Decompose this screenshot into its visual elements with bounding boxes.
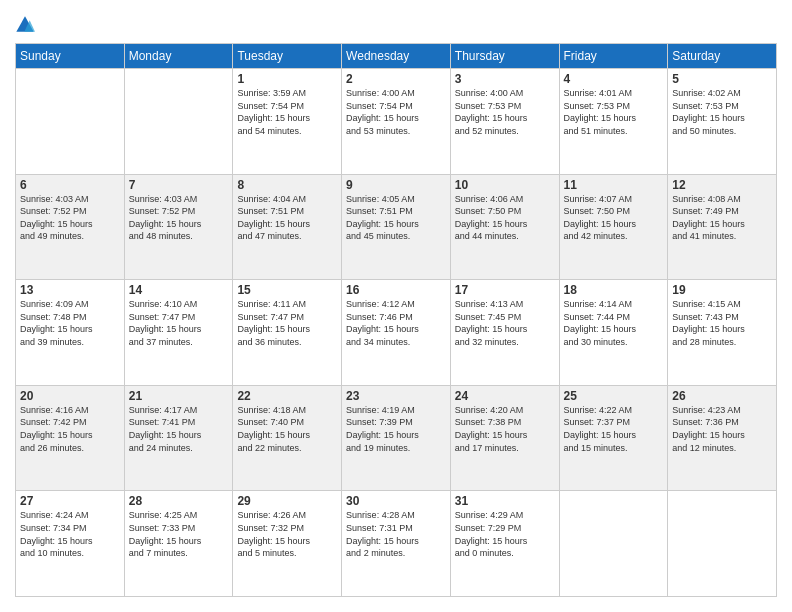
calendar-cell: 7Sunrise: 4:03 AM Sunset: 7:52 PM Daylig… (124, 174, 233, 280)
weekday-header: Saturday (668, 44, 777, 69)
day-number: 14 (129, 283, 229, 297)
calendar-cell (668, 491, 777, 597)
calendar-cell: 8Sunrise: 4:04 AM Sunset: 7:51 PM Daylig… (233, 174, 342, 280)
day-info: Sunrise: 4:25 AM Sunset: 7:33 PM Dayligh… (129, 509, 229, 559)
day-number: 11 (564, 178, 664, 192)
weekday-header: Friday (559, 44, 668, 69)
calendar-cell (16, 69, 125, 175)
day-number: 9 (346, 178, 446, 192)
calendar-cell: 3Sunrise: 4:00 AM Sunset: 7:53 PM Daylig… (450, 69, 559, 175)
day-info: Sunrise: 4:14 AM Sunset: 7:44 PM Dayligh… (564, 298, 664, 348)
calendar-cell: 16Sunrise: 4:12 AM Sunset: 7:46 PM Dayli… (342, 280, 451, 386)
weekday-header: Sunday (16, 44, 125, 69)
day-info: Sunrise: 4:08 AM Sunset: 7:49 PM Dayligh… (672, 193, 772, 243)
calendar-cell: 23Sunrise: 4:19 AM Sunset: 7:39 PM Dayli… (342, 385, 451, 491)
calendar-week-row: 13Sunrise: 4:09 AM Sunset: 7:48 PM Dayli… (16, 280, 777, 386)
day-number: 2 (346, 72, 446, 86)
day-info: Sunrise: 4:15 AM Sunset: 7:43 PM Dayligh… (672, 298, 772, 348)
calendar-cell: 29Sunrise: 4:26 AM Sunset: 7:32 PM Dayli… (233, 491, 342, 597)
calendar-cell: 24Sunrise: 4:20 AM Sunset: 7:38 PM Dayli… (450, 385, 559, 491)
weekday-header: Thursday (450, 44, 559, 69)
day-info: Sunrise: 4:09 AM Sunset: 7:48 PM Dayligh… (20, 298, 120, 348)
calendar-cell (559, 491, 668, 597)
day-number: 22 (237, 389, 337, 403)
calendar-cell: 9Sunrise: 4:05 AM Sunset: 7:51 PM Daylig… (342, 174, 451, 280)
page: SundayMondayTuesdayWednesdayThursdayFrid… (0, 0, 792, 612)
day-info: Sunrise: 4:18 AM Sunset: 7:40 PM Dayligh… (237, 404, 337, 454)
calendar-cell: 31Sunrise: 4:29 AM Sunset: 7:29 PM Dayli… (450, 491, 559, 597)
day-info: Sunrise: 4:10 AM Sunset: 7:47 PM Dayligh… (129, 298, 229, 348)
weekday-header: Wednesday (342, 44, 451, 69)
day-info: Sunrise: 4:01 AM Sunset: 7:53 PM Dayligh… (564, 87, 664, 137)
calendar-cell: 12Sunrise: 4:08 AM Sunset: 7:49 PM Dayli… (668, 174, 777, 280)
day-number: 25 (564, 389, 664, 403)
day-info: Sunrise: 4:02 AM Sunset: 7:53 PM Dayligh… (672, 87, 772, 137)
calendar-cell: 20Sunrise: 4:16 AM Sunset: 7:42 PM Dayli… (16, 385, 125, 491)
day-number: 24 (455, 389, 555, 403)
day-info: Sunrise: 4:24 AM Sunset: 7:34 PM Dayligh… (20, 509, 120, 559)
day-info: Sunrise: 4:19 AM Sunset: 7:39 PM Dayligh… (346, 404, 446, 454)
calendar-cell: 28Sunrise: 4:25 AM Sunset: 7:33 PM Dayli… (124, 491, 233, 597)
calendar-cell: 4Sunrise: 4:01 AM Sunset: 7:53 PM Daylig… (559, 69, 668, 175)
day-info: Sunrise: 4:03 AM Sunset: 7:52 PM Dayligh… (129, 193, 229, 243)
day-info: Sunrise: 4:22 AM Sunset: 7:37 PM Dayligh… (564, 404, 664, 454)
day-number: 10 (455, 178, 555, 192)
day-info: Sunrise: 4:16 AM Sunset: 7:42 PM Dayligh… (20, 404, 120, 454)
day-number: 5 (672, 72, 772, 86)
calendar-table: SundayMondayTuesdayWednesdayThursdayFrid… (15, 43, 777, 597)
calendar-cell: 25Sunrise: 4:22 AM Sunset: 7:37 PM Dayli… (559, 385, 668, 491)
calendar-cell: 10Sunrise: 4:06 AM Sunset: 7:50 PM Dayli… (450, 174, 559, 280)
logo (15, 15, 39, 35)
day-number: 6 (20, 178, 120, 192)
weekday-header: Monday (124, 44, 233, 69)
day-number: 7 (129, 178, 229, 192)
calendar-cell: 22Sunrise: 4:18 AM Sunset: 7:40 PM Dayli… (233, 385, 342, 491)
day-info: Sunrise: 4:00 AM Sunset: 7:53 PM Dayligh… (455, 87, 555, 137)
weekday-header-row: SundayMondayTuesdayWednesdayThursdayFrid… (16, 44, 777, 69)
calendar-week-row: 20Sunrise: 4:16 AM Sunset: 7:42 PM Dayli… (16, 385, 777, 491)
day-number: 4 (564, 72, 664, 86)
day-number: 3 (455, 72, 555, 86)
day-number: 1 (237, 72, 337, 86)
calendar-week-row: 1Sunrise: 3:59 AM Sunset: 7:54 PM Daylig… (16, 69, 777, 175)
day-info: Sunrise: 4:28 AM Sunset: 7:31 PM Dayligh… (346, 509, 446, 559)
day-info: Sunrise: 3:59 AM Sunset: 7:54 PM Dayligh… (237, 87, 337, 137)
calendar-cell: 1Sunrise: 3:59 AM Sunset: 7:54 PM Daylig… (233, 69, 342, 175)
day-number: 15 (237, 283, 337, 297)
day-info: Sunrise: 4:00 AM Sunset: 7:54 PM Dayligh… (346, 87, 446, 137)
day-info: Sunrise: 4:29 AM Sunset: 7:29 PM Dayligh… (455, 509, 555, 559)
day-number: 29 (237, 494, 337, 508)
calendar-cell: 21Sunrise: 4:17 AM Sunset: 7:41 PM Dayli… (124, 385, 233, 491)
calendar-cell: 6Sunrise: 4:03 AM Sunset: 7:52 PM Daylig… (16, 174, 125, 280)
day-info: Sunrise: 4:11 AM Sunset: 7:47 PM Dayligh… (237, 298, 337, 348)
day-info: Sunrise: 4:23 AM Sunset: 7:36 PM Dayligh… (672, 404, 772, 454)
calendar-cell: 13Sunrise: 4:09 AM Sunset: 7:48 PM Dayli… (16, 280, 125, 386)
calendar-cell: 17Sunrise: 4:13 AM Sunset: 7:45 PM Dayli… (450, 280, 559, 386)
calendar-cell: 14Sunrise: 4:10 AM Sunset: 7:47 PM Dayli… (124, 280, 233, 386)
logo-icon (15, 15, 35, 35)
day-number: 8 (237, 178, 337, 192)
day-number: 16 (346, 283, 446, 297)
day-number: 26 (672, 389, 772, 403)
calendar-cell: 5Sunrise: 4:02 AM Sunset: 7:53 PM Daylig… (668, 69, 777, 175)
day-info: Sunrise: 4:07 AM Sunset: 7:50 PM Dayligh… (564, 193, 664, 243)
day-number: 12 (672, 178, 772, 192)
calendar-week-row: 6Sunrise: 4:03 AM Sunset: 7:52 PM Daylig… (16, 174, 777, 280)
header (15, 15, 777, 35)
calendar-cell: 19Sunrise: 4:15 AM Sunset: 7:43 PM Dayli… (668, 280, 777, 386)
day-info: Sunrise: 4:06 AM Sunset: 7:50 PM Dayligh… (455, 193, 555, 243)
day-number: 28 (129, 494, 229, 508)
calendar-cell: 15Sunrise: 4:11 AM Sunset: 7:47 PM Dayli… (233, 280, 342, 386)
day-number: 18 (564, 283, 664, 297)
calendar-cell: 11Sunrise: 4:07 AM Sunset: 7:50 PM Dayli… (559, 174, 668, 280)
day-info: Sunrise: 4:12 AM Sunset: 7:46 PM Dayligh… (346, 298, 446, 348)
day-number: 20 (20, 389, 120, 403)
day-number: 23 (346, 389, 446, 403)
calendar-cell (124, 69, 233, 175)
day-number: 31 (455, 494, 555, 508)
calendar-week-row: 27Sunrise: 4:24 AM Sunset: 7:34 PM Dayli… (16, 491, 777, 597)
calendar-cell: 26Sunrise: 4:23 AM Sunset: 7:36 PM Dayli… (668, 385, 777, 491)
day-info: Sunrise: 4:04 AM Sunset: 7:51 PM Dayligh… (237, 193, 337, 243)
day-number: 30 (346, 494, 446, 508)
day-info: Sunrise: 4:20 AM Sunset: 7:38 PM Dayligh… (455, 404, 555, 454)
